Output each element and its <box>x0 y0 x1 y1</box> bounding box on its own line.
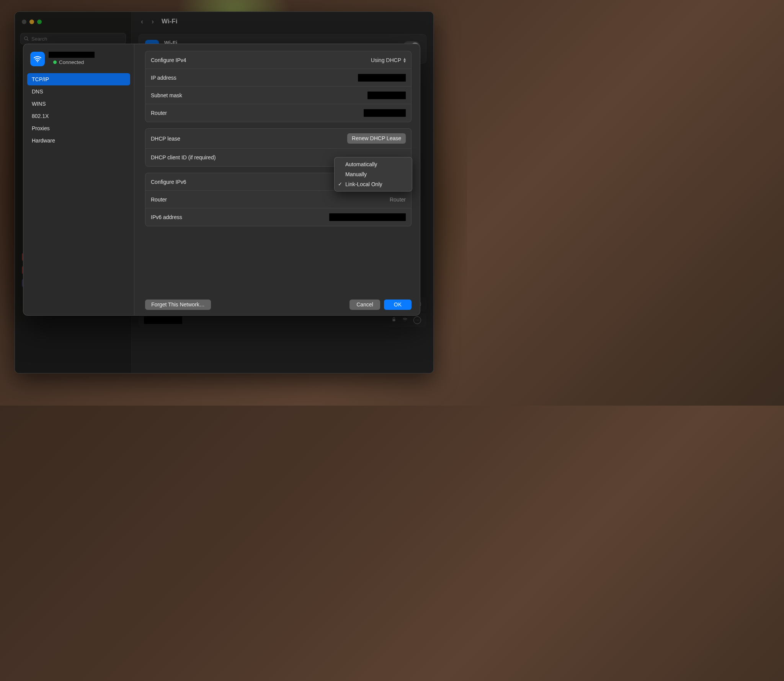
tab-8021x[interactable]: 802.1X <box>27 110 130 122</box>
ok-button[interactable]: OK <box>384 300 412 310</box>
svg-point-6 <box>405 321 405 321</box>
page-title: Wi-Fi <box>162 18 177 25</box>
ipv6-router-placeholder[interactable]: Router <box>390 196 406 203</box>
svg-point-0 <box>24 37 28 40</box>
ipv6-address-value-redacted <box>329 213 406 221</box>
wifi-signal-icon <box>402 316 408 324</box>
ip-address-label: IP address <box>151 75 176 81</box>
tab-dns[interactable]: DNS <box>27 85 130 98</box>
ipv6-option-manually[interactable]: Manually <box>335 169 412 179</box>
configure-ipv4-dropdown[interactable]: Using DHCP ▴▾ <box>371 57 406 63</box>
router-value-redacted <box>364 109 406 117</box>
search-input[interactable]: Search <box>20 33 126 44</box>
tab-proxies[interactable]: Proxies <box>27 122 130 134</box>
window-minimize-button[interactable] <box>29 20 34 24</box>
connection-status: Connected <box>59 59 84 65</box>
status-dot-icon <box>53 61 57 64</box>
network-name-redacted <box>49 52 95 58</box>
ipv6-option-automatically[interactable]: Automatically <box>335 159 412 169</box>
forward-button[interactable]: › <box>151 18 155 26</box>
search-placeholder: Search <box>31 36 47 42</box>
subnet-mask-label: Subnet mask <box>151 92 182 98</box>
tab-wins[interactable]: WINS <box>27 98 130 110</box>
sheet-content: Configure IPv4 Using DHCP ▴▾ IP address … <box>134 44 420 315</box>
search-icon <box>24 36 29 41</box>
configure-ipv4-label: Configure IPv4 <box>151 57 186 63</box>
cancel-button[interactable]: Cancel <box>350 300 380 310</box>
forget-network-button[interactable]: Forget This Network… <box>145 300 211 310</box>
lock-icon <box>391 317 397 324</box>
sheet-sidebar: Connected TCP/IP DNS WINS 802.1X Proxies… <box>23 44 134 315</box>
router-label: Router <box>151 110 167 116</box>
tab-tcpip[interactable]: TCP/IP <box>27 73 130 85</box>
ipv6-router-label: Router <box>151 196 167 203</box>
svg-point-7 <box>37 61 38 62</box>
dhcp-lease-label: DHCP lease <box>151 136 180 142</box>
svg-line-1 <box>27 39 29 41</box>
configure-ipv6-label: Configure IPv6 <box>151 179 186 185</box>
renew-dhcp-lease-button[interactable]: Renew DHCP Lease <box>347 133 406 144</box>
configure-ipv6-menu: Automatically Manually Link-Local Only <box>334 157 412 192</box>
chevron-up-down-icon: ▴▾ <box>403 57 406 63</box>
back-button[interactable]: ‹ <box>140 18 144 26</box>
network-options-button[interactable]: ⋯ <box>413 316 421 324</box>
subnet-mask-value-redacted <box>368 92 406 99</box>
network-details-sheet: Connected TCP/IP DNS WINS 802.1X Proxies… <box>23 44 420 316</box>
ipv6-address-label: IPv6 address <box>151 214 182 220</box>
network-name-redacted <box>144 316 182 324</box>
tab-hardware[interactable]: Hardware <box>27 134 130 147</box>
dhcp-client-id-label: DHCP client ID (if required) <box>151 154 216 160</box>
svg-rect-5 <box>393 319 395 321</box>
configure-ipv4-value: Using DHCP <box>371 57 401 63</box>
window-close-button[interactable] <box>22 20 26 24</box>
ip-address-value-redacted <box>358 74 406 82</box>
wifi-icon <box>30 52 45 66</box>
ipv6-option-link-local-only[interactable]: Link-Local Only <box>335 179 412 189</box>
window-zoom-button[interactable] <box>37 20 42 24</box>
